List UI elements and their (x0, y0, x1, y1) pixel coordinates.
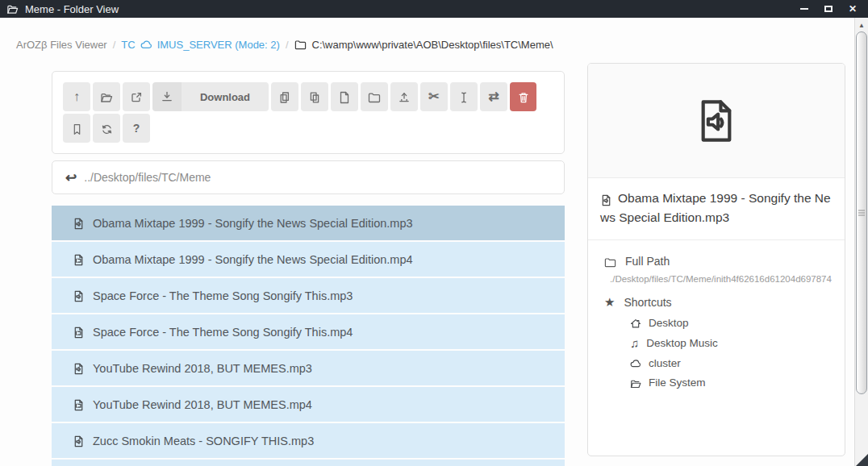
download-button[interactable]: Download (152, 82, 269, 111)
swap-button[interactable]: ⇄ (480, 82, 507, 111)
full-path-value: ./Desktop/files/TC/Meme/inith4f62616d612… (588, 272, 845, 292)
upload-button[interactable] (390, 82, 418, 111)
breadcrumb: ArOZβ Files Viewer / TC IMUS_SERVER (Mod… (16, 38, 553, 51)
video-file-icon (73, 397, 85, 411)
breadcrumb-server-link[interactable]: TC IMUS_SERVER (Mode: 2) (121, 38, 280, 51)
file-list: Obama Mixtape 1999 - Songify the News Sp… (52, 206, 565, 466)
home-icon (630, 316, 641, 328)
star-icon: ★ (604, 295, 615, 310)
maximize-icon (824, 6, 833, 12)
breadcrumb-separator: / (286, 39, 289, 51)
audio-file-icon (73, 289, 85, 302)
cloud-icon (630, 357, 641, 369)
copy-button[interactable] (271, 82, 298, 111)
window-title: Meme - Folder View (25, 3, 119, 15)
selected-file-name: Obama Mixtape 1999 - Songify the News Sp… (600, 191, 831, 224)
shortcuts-section: ★ Shortcuts (588, 292, 845, 313)
vertical-scrollbar[interactable]: ▲ (854, 18, 868, 466)
paste-button[interactable] (301, 82, 328, 111)
app-folder-icon (6, 3, 19, 15)
current-relative-path: ../Desktop/files/TC/Meme (84, 171, 211, 184)
breadcrumb-current-path[interactable]: C:\wamp\www\private\AOB\Desktop\files\TC… (294, 38, 553, 51)
shortcut-desktop[interactable]: Desktop (588, 313, 845, 332)
window-resize-grip[interactable] (856, 454, 868, 466)
rename-icon (457, 89, 470, 104)
open-external-button[interactable] (123, 82, 150, 111)
music-note-icon: ♫ (630, 336, 639, 350)
audio-file-icon (73, 434, 85, 447)
cut-icon: ✂ (428, 90, 439, 103)
minimize-button[interactable] (799, 3, 810, 15)
breadcrumb-drive: TC (121, 39, 135, 51)
file-name: Obama Mixtape 1999 - Songify the News Sp… (93, 217, 413, 230)
delete-button[interactable] (510, 82, 536, 111)
maximize-button[interactable] (823, 3, 834, 15)
shortcut-label: cluster (649, 357, 681, 369)
list-item[interactable]: Space Force - The Theme Song Songify Thi… (52, 278, 565, 313)
file-name: Zucc Smokin Meats - SONGIFY THIS.mp3 (93, 435, 314, 447)
shortcut-file-system[interactable]: File System (588, 373, 845, 393)
audio-file-icon (73, 216, 85, 230)
video-file-icon (73, 325, 85, 339)
refresh-button[interactable] (93, 114, 120, 143)
bookmark-icon (71, 121, 83, 135)
shortcut-cluster[interactable]: cluster (588, 353, 845, 372)
file-name: Space Force - The Theme Song Songify Thi… (93, 326, 353, 339)
full-path-section: Full Path (588, 252, 845, 272)
breadcrumb-server: IMUS_SERVER (Mode: 2) (157, 39, 280, 51)
minimize-icon (800, 8, 808, 10)
scrollbar-thumb[interactable] (856, 31, 867, 394)
path-bar: ↩ ../Desktop/files/TC/Meme (52, 160, 565, 194)
list-item-partial[interactable] (52, 460, 565, 466)
new-folder-icon (368, 89, 381, 104)
folder-icon (294, 38, 307, 51)
cut-button[interactable]: ✂ (420, 82, 448, 111)
delete-icon (517, 89, 530, 104)
breadcrumb-path-text: C:\wamp\www\private\AOB\Desktop\files\TC… (312, 39, 553, 51)
list-item[interactable]: Obama Mixtape 1999 - Songify the News Sp… (52, 242, 565, 277)
folder-icon (604, 255, 616, 268)
app-window: Meme - Folder View ✕ ArOZβ Files Viewer … (0, 0, 868, 466)
rename-button[interactable] (450, 82, 478, 111)
cloud-icon (140, 38, 152, 51)
upload-icon (398, 89, 411, 104)
shortcut-label: Desktop Music (646, 337, 718, 349)
breadcrumb-separator: / (113, 39, 116, 51)
shortcuts-label: Shortcuts (624, 296, 671, 309)
scrollbar-grip-icon (858, 210, 865, 216)
close-button[interactable]: ✕ (847, 3, 858, 15)
list-item[interactable]: Space Force - The Theme Song Songify Thi… (52, 314, 565, 349)
file-name: Space Force - The Theme Song Songify Thi… (93, 289, 353, 302)
full-path-label: Full Path (625, 255, 670, 268)
list-item[interactable]: Obama Mixtape 1999 - Songify the News Sp… (52, 206, 565, 240)
help-button[interactable]: ? (123, 114, 150, 143)
breadcrumb-app-name[interactable]: ArOZβ Files Viewer (16, 39, 107, 51)
new-file-icon (338, 89, 351, 104)
refresh-icon (101, 121, 113, 135)
folder-open-icon (630, 377, 641, 389)
open-button[interactable] (93, 82, 120, 111)
shortcut-desktop-music[interactable]: ♫ Desktop Music (588, 332, 845, 353)
list-item[interactable]: Zucc Smokin Meats - SONGIFY THIS.mp3 (52, 423, 565, 458)
scrollbar-up-arrow-icon[interactable]: ▲ (855, 19, 868, 31)
new-folder-button[interactable] (361, 82, 388, 111)
download-icon (152, 82, 182, 111)
file-details: Full Path ./Desktop/files/TC/Meme/inith4… (588, 240, 845, 393)
audio-file-icon (693, 95, 740, 147)
swap-icon: ⇄ (488, 90, 499, 103)
file-properties-panel: Obama Mixtape 1999 - Songify the News Sp… (587, 63, 845, 456)
go-up-button[interactable]: ↑ (63, 82, 90, 111)
audio-file-icon (73, 361, 85, 375)
shortcut-label: File System (649, 377, 706, 389)
bookmark-button[interactable] (63, 114, 90, 143)
open-folder-icon (100, 89, 113, 104)
file-name: YouTube Rewind 2018, BUT MEMES.mp3 (93, 362, 312, 375)
back-icon[interactable]: ↩ (65, 171, 77, 185)
audio-file-icon (600, 191, 618, 205)
help-icon: ? (133, 123, 140, 134)
file-name: YouTube Rewind 2018, BUT MEMES.mp4 (93, 398, 312, 411)
list-item[interactable]: YouTube Rewind 2018, BUT MEMES.mp3 (52, 351, 565, 385)
list-item[interactable]: YouTube Rewind 2018, BUT MEMES.mp4 (52, 387, 565, 422)
new-file-button[interactable] (331, 82, 358, 111)
titlebar: Meme - Folder View ✕ (0, 0, 868, 18)
